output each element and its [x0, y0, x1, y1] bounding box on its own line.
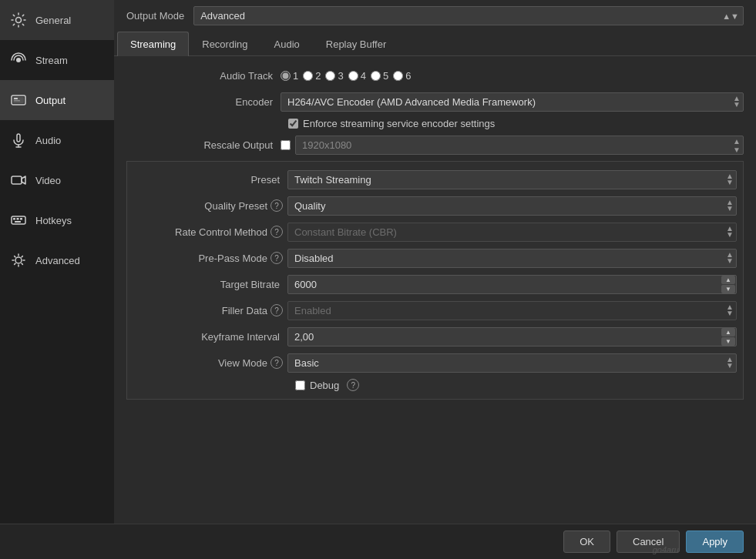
output-mode-select-wrapper: Advanced Simple ▲▼ — [193, 6, 744, 25]
svg-point-0 — [16, 18, 22, 23]
pre-pass-row: Pre-Pass Mode ? Disabled Enabled ▲▼ — [133, 248, 737, 268]
tab-replay-buffer[interactable]: Replay Buffer — [313, 32, 400, 56]
sidebar-item-audio-label: Audio — [35, 135, 61, 146]
sidebar-item-stream-label: Stream — [35, 55, 68, 66]
enforce-row: Enforce streaming service encoder settin… — [126, 118, 744, 129]
keyframe-label: Keyframe Interval — [133, 331, 287, 343]
encoder-select[interactable]: H264/AVC Encoder (AMD Advanced Media Fra… — [281, 92, 744, 112]
debug-row: Debug ? — [133, 379, 737, 391]
rate-control-label: Rate Control Method — [175, 226, 267, 238]
sidebar-item-general-label: General — [35, 15, 71, 26]
quality-preset-help-icon[interactable]: ? — [270, 199, 283, 212]
view-mode-row: View Mode ? Basic Advanced ▲▼ — [133, 353, 737, 373]
target-bitrate-down[interactable]: ▼ — [721, 285, 735, 293]
keyframe-down[interactable]: ▼ — [721, 337, 735, 346]
debug-label[interactable]: Debug — [310, 380, 339, 391]
rate-control-select: Constant Bitrate (CBR) — [287, 223, 737, 242]
enforce-checkbox[interactable] — [288, 119, 298, 129]
enforce-label[interactable]: Enforce streaming service encoder settin… — [303, 118, 495, 129]
svg-rect-10 — [12, 216, 25, 224]
rate-control-select-wrap: Constant Bitrate (CBR) ▲▼ — [287, 223, 737, 242]
keyframe-wrap: ▲ ▼ — [287, 327, 737, 346]
audio-track-3[interactable]: 3 — [325, 70, 343, 82]
sidebar-item-output-label: Output — [35, 95, 66, 106]
main-content: Output Mode Advanced Simple ▲▼ Streaming… — [114, 0, 756, 559]
apply-button[interactable]: Apply — [686, 531, 744, 553]
pre-pass-help-icon[interactable]: ? — [270, 252, 283, 264]
audio-track-row: Audio Track 1 2 3 4 5 6 — [126, 65, 744, 85]
pre-pass-label-group: Pre-Pass Mode ? — [133, 252, 287, 264]
rate-control-label-group: Rate Control Method ? — [133, 226, 287, 238]
hotkeys-icon — [9, 211, 28, 229]
gear-icon — [9, 11, 28, 29]
filler-data-select: Enabled — [287, 301, 737, 320]
preset-select-wrap: Twitch Streaming YouTube Custom ▲▼ — [287, 170, 737, 189]
view-mode-help-icon[interactable]: ? — [270, 356, 283, 369]
audio-track-2[interactable]: 2 — [303, 70, 321, 82]
sidebar-item-hotkeys-label: Hotkeys — [35, 215, 72, 226]
pre-pass-label: Pre-Pass Mode — [198, 253, 267, 264]
output-mode-select[interactable]: Advanced Simple — [193, 6, 744, 25]
view-mode-select[interactable]: Basic Advanced — [287, 353, 737, 373]
target-bitrate-up[interactable]: ▲ — [721, 276, 735, 284]
encoder-select-wrap: H264/AVC Encoder (AMD Advanced Media Fra… — [281, 92, 744, 112]
debug-help-icon[interactable]: ? — [347, 379, 359, 391]
tab-audio[interactable]: Audio — [261, 32, 313, 56]
svg-rect-4 — [14, 98, 18, 99]
sidebar-item-general[interactable]: General — [0, 0, 114, 40]
quality-preset-label: Quality Preset — [204, 200, 267, 212]
sidebar: General Stream Output — [0, 0, 114, 539]
stream-icon — [9, 51, 28, 69]
preset-row: Preset Twitch Streaming YouTube Custom ▲… — [133, 169, 737, 189]
sidebar-item-hotkeys[interactable]: Hotkeys — [0, 200, 114, 240]
rescale-select-wrap: 1920x1080 1280x720 ▲▼ — [295, 136, 744, 155]
pre-pass-select[interactable]: Disabled Enabled — [287, 249, 737, 268]
filler-data-row: Filler Data ? Enabled ▲▼ — [133, 300, 737, 320]
quality-preset-row: Quality Preset ? Speed Balanced Quality … — [133, 196, 737, 216]
audio-track-1[interactable]: 1 — [281, 70, 298, 82]
audio-track-4[interactable]: 4 — [348, 70, 366, 82]
encoder-row: Encoder H264/AVC Encoder (AMD Advanced M… — [126, 92, 744, 112]
audio-track-6[interactable]: 6 — [393, 70, 411, 82]
sidebar-item-audio[interactable]: Audio — [0, 120, 114, 160]
svg-rect-5 — [14, 100, 20, 102]
quality-preset-select[interactable]: Speed Balanced Quality — [287, 196, 737, 216]
sidebar-item-output[interactable]: Output — [0, 80, 114, 120]
view-mode-label: View Mode — [218, 357, 267, 369]
preset-select[interactable]: Twitch Streaming YouTube Custom — [287, 170, 737, 189]
sidebar-item-advanced[interactable]: Advanced — [0, 240, 114, 280]
debug-checkbox[interactable] — [295, 380, 305, 390]
svg-rect-14 — [15, 221, 21, 223]
rescale-select[interactable]: 1920x1080 1280x720 — [295, 136, 744, 155]
bottom-bar: OK Cancel Apply — [0, 524, 756, 559]
preset-box: Preset Twitch Streaming YouTube Custom ▲… — [126, 161, 744, 400]
target-bitrate-input[interactable] — [287, 275, 737, 294]
output-mode-row: Output Mode Advanced Simple ▲▼ — [114, 0, 756, 32]
sidebar-item-advanced-label: Advanced — [35, 255, 80, 266]
quality-preset-select-wrap: Speed Balanced Quality ▲▼ — [287, 196, 737, 216]
keyframe-row: Keyframe Interval ▲ ▼ — [133, 326, 737, 346]
video-icon — [9, 171, 28, 189]
keyframe-up[interactable]: ▲ — [721, 328, 735, 336]
sidebar-item-stream[interactable]: Stream — [0, 40, 114, 80]
rescale-row: Rescale Output 1920x1080 1280x720 ▲▼ — [126, 136, 744, 155]
view-mode-select-wrap: Basic Advanced ▲▼ — [287, 353, 737, 373]
rescale-checkbox[interactable] — [281, 140, 291, 150]
svg-rect-9 — [12, 176, 22, 184]
audio-track-5[interactable]: 5 — [371, 70, 388, 82]
target-bitrate-spinners: ▲ ▼ — [721, 276, 735, 293]
target-bitrate-row: Target Bitrate ▲ ▼ — [133, 274, 737, 294]
sidebar-item-video-label: Video — [35, 175, 61, 186]
view-mode-label-group: View Mode ? — [133, 356, 287, 369]
output-mode-label: Output Mode — [126, 10, 184, 22]
filler-data-help-icon[interactable]: ? — [270, 304, 283, 316]
sidebar-item-video[interactable]: Video — [0, 160, 114, 200]
svg-rect-13 — [20, 218, 22, 220]
filler-data-label: Filler Data — [222, 305, 267, 316]
keyframe-input[interactable] — [287, 327, 737, 346]
rate-control-help-icon[interactable]: ? — [270, 226, 283, 238]
tab-streaming[interactable]: Streaming — [117, 32, 189, 56]
tab-recording[interactable]: Recording — [189, 32, 260, 56]
rate-control-row: Rate Control Method ? Constant Bitrate (… — [133, 222, 737, 242]
ok-button[interactable]: OK — [563, 531, 610, 553]
